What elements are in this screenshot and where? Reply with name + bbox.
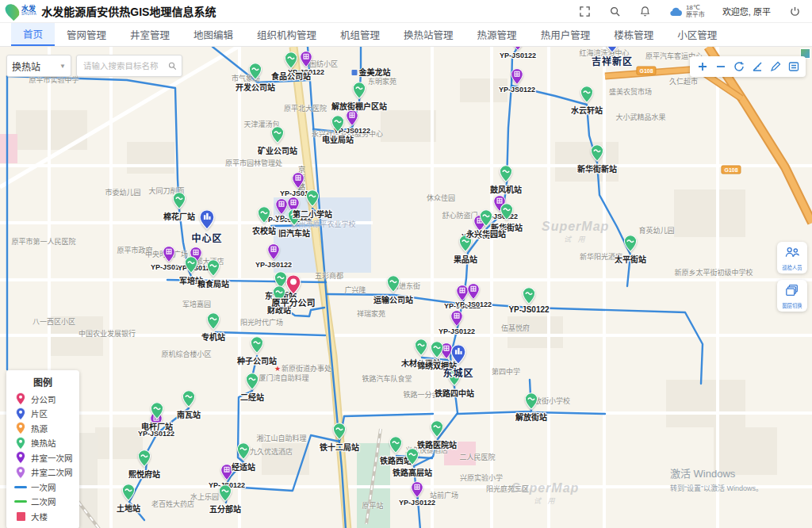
- nav-tab-0[interactable]: 首页: [11, 23, 55, 46]
- nav-tab-9[interactable]: 楼栋管理: [602, 23, 665, 46]
- search-category-select[interactable]: 换热站▼: [6, 55, 71, 77]
- zoom-in-icon[interactable]: [693, 58, 711, 75]
- nav-tab-1[interactable]: 管网管理: [55, 23, 118, 46]
- cloud-icon: [669, 6, 683, 17]
- layer-list-icon[interactable]: [784, 58, 802, 75]
- legend-item-4: 井室一次网: [14, 450, 79, 465]
- search-icon[interactable]: [609, 5, 622, 17]
- legend-item-7: 二次网: [14, 495, 79, 510]
- nav-tab-7[interactable]: 热源管理: [465, 23, 529, 46]
- logout-icon[interactable]: [788, 5, 801, 17]
- gis-app: 水发 SHUIFA 水发能源盾安供热GIS地理信息系统 18℃ 原平市: [0, 0, 812, 528]
- map-legend: 图例 分公司片区热源换热站井室一次网井室二次网一次网二次网大楼: [6, 370, 79, 528]
- map-search-bar: 换热站▼: [6, 55, 182, 77]
- weather-city: 原平市: [686, 11, 705, 18]
- weather-temp: 18℃: [686, 4, 705, 11]
- logo-text-en: SHUIFA: [21, 13, 36, 17]
- staff-locate-button[interactable]: 巡检人员: [777, 242, 807, 274]
- nav-tab-5[interactable]: 机组管理: [328, 23, 392, 46]
- search-input[interactable]: [82, 60, 168, 71]
- nav-tab-4[interactable]: 组织机构管理: [245, 23, 328, 46]
- layers-icon: [785, 284, 799, 300]
- weather-widget: 18℃ 原平市: [669, 4, 705, 18]
- app-header: 水发 SHUIFA 水发能源盾安供热GIS地理信息系统 18℃ 原平市: [0, 0, 812, 23]
- nav-tab-6[interactable]: 换热站管理: [392, 23, 465, 46]
- legend-item-6: 一次网: [14, 480, 79, 495]
- supermap-watermark: SuperMap试 用: [511, 481, 579, 506]
- nav-tab-2[interactable]: 井室管理: [118, 23, 182, 46]
- map-toolbar: [690, 56, 806, 77]
- map-canvas[interactable]: 原平市实验中学市气象局困纺小区东明家苑原平北大医院天津灌汤包永兴社区党群服务中心…: [0, 47, 812, 528]
- legend-item-1: 片区: [14, 407, 79, 422]
- search-icon[interactable]: [168, 61, 177, 71]
- page-title: 水发能源盾安供热GIS地理信息系统: [41, 3, 216, 19]
- zoom-out-icon[interactable]: [711, 58, 730, 75]
- chevron-down-icon: ▼: [59, 63, 66, 70]
- marker-layer: YP-JS0122YP-JS0122YP-JS0122YP-JS0122YP-J…: [0, 47, 812, 528]
- legend-item-2: 热源: [14, 421, 79, 436]
- draw-icon[interactable]: [766, 58, 784, 75]
- measure-icon[interactable]: [748, 58, 766, 75]
- search-input-wrap: [76, 55, 182, 77]
- layer-switch-button[interactable]: 图层切换: [777, 280, 807, 312]
- main-nav: 首页管网管理井室管理地图编辑组织机构管理机组管理换热站管理热源管理热用户管理楼栋…: [0, 23, 812, 47]
- map-side-tools: 巡检人员图层切换: [777, 242, 807, 312]
- supermap-watermark: SuperMap试 用: [542, 220, 609, 244]
- reset-view-icon[interactable]: [730, 58, 748, 75]
- company-logo: 水发 SHUIFA: [6, 3, 41, 19]
- legend-item-5: 井室二次网: [14, 465, 79, 480]
- fullscreen-icon[interactable]: [579, 5, 592, 17]
- legend-item-0: 分公司: [14, 392, 79, 407]
- legend-item-3: 换热站: [14, 436, 79, 451]
- water-drop-icon: [2, 2, 22, 21]
- nav-tab-3[interactable]: 地图编辑: [182, 23, 245, 46]
- nav-tab-10[interactable]: 小区管理: [665, 23, 729, 46]
- welcome-text: 欢迎您, 原平: [722, 5, 771, 17]
- windows-watermark: 激活 Windows 转到“设置”以激活 Windows。: [670, 465, 763, 493]
- legend-item-8: 大楼: [14, 509, 79, 524]
- legend-title: 图例: [6, 375, 79, 388]
- nav-tab-8[interactable]: 热用户管理: [529, 23, 603, 46]
- notification-bell-icon[interactable]: [639, 5, 652, 17]
- people-icon: [785, 246, 800, 262]
